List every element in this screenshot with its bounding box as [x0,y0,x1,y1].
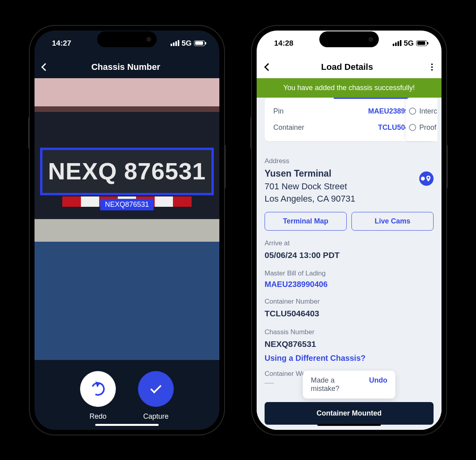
undo-button[interactable]: Undo [369,376,388,393]
battery-icon [194,40,205,46]
camera-viewport: NEXQ 876531 NEXQ876531 [35,78,219,360]
container-label: Container [273,123,304,132]
notch [319,31,379,47]
phone-left: 14:27 5G Chassis Number NEXQ 876531 NEXQ… [30,26,224,435]
status-time: 14:28 [274,39,294,48]
radio-icon[interactable] [409,108,416,115]
screen-load-details: 14:28 5G Load Details You have added the… [257,31,441,430]
ocr-result-badge: NEXQ876531 [100,199,154,210]
page-title: Load Details [263,62,431,72]
success-banner: You have added the chassis successfully! [257,78,441,98]
container-row: Container TCLU5046403 [273,119,425,136]
arrive-label: Arrive at [265,239,434,247]
container-number-label: Container Number [265,298,434,306]
chassis-number-value: NEXQ876531 [265,339,434,350]
notch [97,31,157,47]
pin-label: Pin [273,107,284,115]
content-scroll[interactable]: Pin MAEU238990406 Container TCLU5046403 … [257,98,441,430]
chassis-number-label: Chassis Number [265,328,434,336]
status-indicators: 5G [171,39,205,48]
undo-toast: Made a mistake? Undo [303,371,395,398]
check-icon [150,382,161,393]
redo-icon [89,380,107,398]
chassis-plate-text: NEXQ 876531 [48,158,206,185]
capture-button[interactable]: Capture [138,371,174,421]
address-line1: 701 New Dock Street [265,181,355,192]
network-label: 5G [182,39,192,48]
pin-row: Pin MAEU238990406 [273,103,425,119]
ocr-detection-frame: NEXQ 876531 [40,148,214,195]
address-label: Address [265,157,434,165]
mbl-label: Master Bill of Lading [265,269,434,277]
arrive-value: 05/06/24 13:00 PDT [265,250,434,261]
address-line2: Los Angeles, CA 90731 [265,193,355,205]
more-icon[interactable] [431,64,433,71]
page-title: Chassis Number [40,62,211,72]
signal-icon [393,40,401,46]
side-checklist: Interchange Proof [406,98,438,141]
map-pin-icon[interactable] [419,171,434,186]
home-indicator[interactable] [95,424,159,426]
terminal-map-button[interactable]: Terminal Map [265,212,347,231]
container-mounted-button[interactable]: Container Mounted [265,402,434,425]
capture-label: Capture [143,412,169,421]
phone-right: 14:28 5G Load Details You have added the… [252,26,446,435]
location-icon [425,174,432,183]
checklist-item-interchange[interactable]: Interchange [409,103,438,119]
status-indicators: 5G [393,39,427,48]
live-cams-button[interactable]: Live Cams [351,212,434,231]
container-number-value: TCLU5046403 [265,308,434,319]
redo-label: Redo [89,412,106,421]
home-indicator[interactable] [317,424,381,426]
different-chassis-link[interactable]: Using a Different Chassis? [265,354,434,363]
battery-icon [416,40,427,46]
header: Chassis Number [35,56,219,78]
screen-chassis-capture: 14:27 5G Chassis Number NEXQ 876531 NEXQ… [35,31,219,430]
checklist-label: Proof [419,123,436,132]
redo-button[interactable]: Redo [80,371,116,421]
toast-message: Made a mistake? [311,376,365,393]
network-label: 5G [404,39,414,48]
radio-icon[interactable] [409,124,416,131]
checklist-label: Interchange [419,107,438,115]
capture-controls: Redo Capture [35,360,219,421]
mbl-value[interactable]: MAEU238990406 [265,280,434,289]
header: Load Details [257,56,441,78]
status-time: 14:27 [52,39,71,48]
signal-icon [171,40,179,46]
address-name: Yusen Terminal [265,167,355,180]
checklist-item-proof[interactable]: Proof [409,119,438,136]
